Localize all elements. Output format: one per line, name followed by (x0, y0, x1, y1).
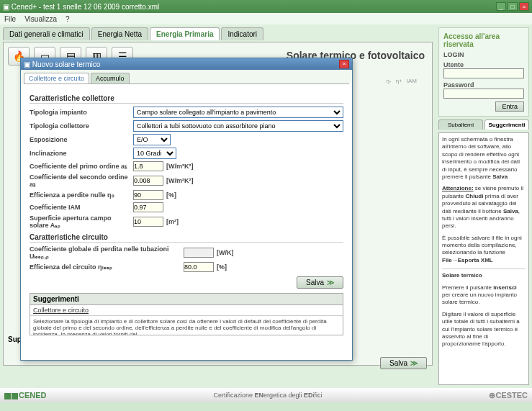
window-title: Cened+ - test 1 snelle 12 06 2009 corret… (12, 3, 159, 11)
modal-salva-button[interactable]: Salva ≫ (297, 276, 343, 289)
lbl-inclinazione: Inclinazione (30, 150, 130, 157)
modal-tab-accumulo[interactable]: Accumulo (91, 73, 130, 83)
modal-sugg-panel: Suggerimenti Collettore e circuito Selez… (30, 293, 343, 335)
cened-logo: CENED (4, 391, 47, 399)
footer: CENED Certificazione ENergetica degli ED… (0, 388, 532, 402)
sugg-p5: Digitare il valore di superficie utile t… (442, 311, 526, 348)
minimize-button[interactable]: _ (496, 2, 506, 11)
menu-help[interactable]: ? (66, 15, 70, 23)
tab-energia-primaria[interactable]: Energia Primaria (150, 27, 220, 40)
arrow-icon: ≫ (410, 359, 418, 367)
suggerimenti-box[interactable]: In ogni schermata o finestra all'interno… (438, 132, 529, 385)
lbl-coef-a1: Coefficiente del primo ordine a₁ (30, 163, 130, 170)
entra-button[interactable]: Entra (495, 101, 524, 112)
side-tab-suggerimenti[interactable]: Suggerimenti (484, 119, 529, 130)
modal-sugg-body[interactable]: Selezionare la tipologia di impianto e d… (30, 316, 343, 335)
modal-tab-collettore[interactable]: Collettore e circuito (24, 73, 89, 83)
unit-eff-circuito: [%] (217, 263, 227, 271)
lbl-tipologia-impianto: Tipologia impianto (30, 109, 130, 116)
inp-eff-circuito[interactable] (184, 262, 214, 272)
mini-tab-eta-minus[interactable]: η- (387, 78, 392, 84)
lbl-sup-apertura: Superficie apertura campo solare Aₐₚ (30, 214, 130, 229)
cestec-logo: ⊕CESTEC (489, 391, 528, 400)
sugg-h1: Solare termico (442, 272, 526, 279)
inp-sup-apertura[interactable] (133, 217, 163, 227)
unit-coef-a1: [W/m²K²] (166, 163, 194, 170)
menubar: File Visualizza ? (0, 13, 532, 24)
menu-visualizza[interactable]: Visualizza (24, 15, 57, 23)
sugg-p2: Attenzione: se viene premuto il pulsante… (442, 185, 526, 230)
mini-tabs: η- η+ IAM (387, 78, 417, 84)
close-button[interactable]: × (519, 2, 529, 11)
menu-file[interactable]: File (4, 15, 16, 23)
modal-sugg-head: Suggerimenti (30, 294, 343, 305)
login-box: Accesso all'area riservata LOGIN Utente … (438, 27, 529, 117)
inp-coef-a1[interactable] (133, 161, 163, 171)
modal-sugg-sub: Collettore e circuito (30, 305, 343, 316)
app-icon: ▣ (3, 3, 9, 11)
password-label: Password (443, 81, 524, 89)
login-label: LOGIN (443, 51, 524, 58)
inp-coef-a2[interactable] (133, 176, 163, 186)
mini-tab-iam[interactable]: IAM (407, 78, 417, 84)
sel-esposizione[interactable]: E/O (133, 134, 171, 145)
lbl-eff-nulle: Efficienza a perdite nulle η₀ (30, 191, 130, 199)
modal-nuovo-solare: ▣ Nuovo solare termico × Collettore e ci… (20, 58, 353, 361)
lbl-esposizione: Esposizione (30, 136, 130, 143)
modal-body: Caratteristiche collettore Tipologia imp… (24, 83, 349, 357)
lbl-coef-perdita: Coefficiente globale di perdita nelle tu… (30, 245, 181, 260)
modal-tabs: Collettore e circuito Accumulo (21, 70, 352, 83)
sel-inclinazione[interactable]: 10 Gradi (133, 148, 176, 159)
sugg-p1: In ogni schermata o finestra all'interno… (442, 136, 526, 181)
inp-coef-iam[interactable] (133, 202, 163, 212)
footer-mid: Certificazione ENergetica degli EDifici (47, 392, 490, 399)
modal-title-text: Nuovo solare termico (32, 60, 100, 68)
lbl-eff-circuito: Efficienza del circuito ηₗₒₒₚ (30, 263, 181, 271)
unit-coef-a2: [W/m²K²] (166, 177, 194, 184)
unit-eff-nulle: [%] (166, 191, 176, 199)
unit-sup-apertura: [m²] (166, 218, 179, 225)
tab-indicatori[interactable]: Indicatori (221, 27, 263, 40)
sel-tipologia-collettore[interactable]: Collettori a tubi sottovuoto con assorbi… (133, 120, 343, 132)
utente-label: Utente (443, 61, 524, 68)
modal-salva-label: Salva (306, 279, 324, 286)
main-tabs: Dati generali e climatici Energia Netta … (3, 27, 433, 40)
right-pane: Accesso all'area riservata LOGIN Utente … (436, 24, 532, 388)
inp-eff-nulle[interactable] (133, 190, 163, 200)
password-input[interactable] (443, 89, 524, 99)
mini-tab-eta-plus[interactable]: η+ (396, 78, 402, 84)
lbl-coef-a2: Coefficiente del secondo ordine a₂ (30, 173, 130, 188)
inp-coef-perdita[interactable] (184, 248, 214, 258)
tab-energia-netta[interactable]: Energia Netta (91, 27, 148, 40)
utente-input[interactable] (443, 68, 524, 78)
side-tab-subalterni[interactable]: Subalterni (438, 119, 483, 130)
section-circuito: Caratteristiche circuito (30, 233, 343, 243)
sugg-p3: È possibile salvare il file in ogni mome… (442, 235, 526, 265)
salva-main-label: Salva (389, 359, 407, 367)
side-tabs: Subalterni Suggerimenti (438, 119, 529, 130)
sel-tipologia-impianto[interactable]: Campo solare collegato all'impianto a pa… (133, 107, 343, 118)
modal-titlebar: ▣ Nuovo solare termico × (21, 58, 352, 70)
lbl-coef-iam: Coefficiente IAM (30, 204, 130, 211)
tab-dati-generali[interactable]: Dati generali e climatici (3, 27, 90, 40)
unit-coef-perdita: [W/K] (217, 249, 234, 256)
window-titlebar: ▣ Cened+ - test 1 snelle 12 06 2009 corr… (0, 0, 532, 13)
modal-title-icon: ▣ (24, 60, 30, 68)
modal-close-button[interactable]: × (339, 60, 349, 68)
section-collettore: Caratteristiche collettore (30, 94, 343, 104)
sugg-p4: Premere il pulsante Inserisci per creare… (442, 284, 526, 307)
arrow-icon: ≫ (327, 279, 334, 286)
salva-main-button[interactable]: Salva ≫ (380, 357, 427, 369)
maximize-button[interactable]: □ (508, 2, 518, 11)
login-header: Accesso all'area riservata (443, 32, 524, 48)
lbl-tipologia-collettore: Tipologia collettore (30, 122, 130, 130)
